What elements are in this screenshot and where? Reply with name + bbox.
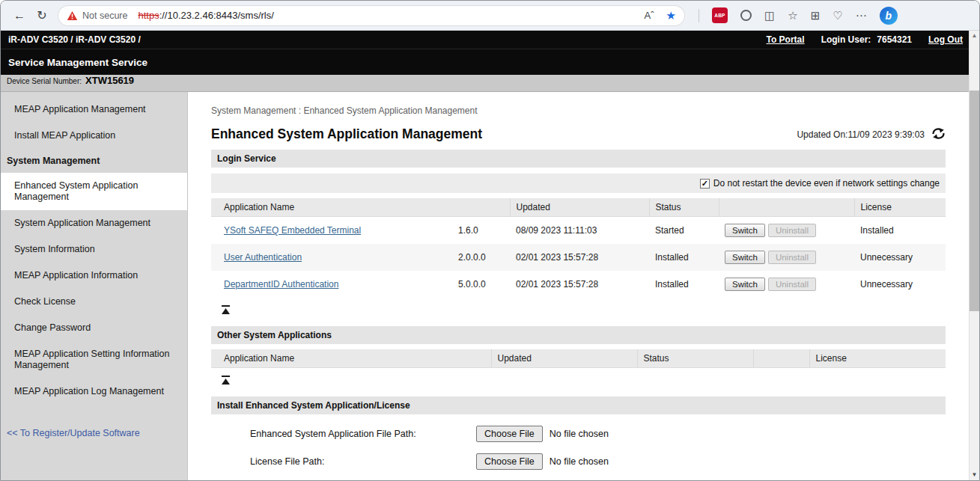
- uninstall-button[interactable]: Uninstall: [768, 224, 816, 237]
- login-user-label: Login User:: [821, 34, 871, 45]
- column-status: Status: [649, 198, 719, 217]
- bookmark-star-icon[interactable]: ★: [666, 9, 676, 22]
- url-rest: ://10.23.2.46:8443/sms/rls/: [159, 10, 274, 21]
- switch-button[interactable]: Switch: [725, 278, 765, 291]
- back-button[interactable]: ←: [8, 9, 31, 22]
- column-application-name: Application Name: [211, 198, 510, 217]
- app-name-cell: User Authentication: [211, 244, 452, 271]
- app-updated: 02/01 2023 15:57:28: [510, 244, 649, 271]
- log-out-link[interactable]: Log Out: [928, 34, 963, 45]
- service-title: Service Management Service: [8, 57, 147, 68]
- app-file-choose-button[interactable]: Choose File: [476, 426, 543, 442]
- app-name-link[interactable]: YSoft SAFEQ Embedded Terminal: [224, 225, 361, 236]
- sidebar-item-meap-application-log-management[interactable]: MEAP Application Log Management: [1, 379, 187, 405]
- column-actions: [753, 349, 809, 368]
- app-version: 5.0.0.0: [452, 271, 510, 298]
- device-path: iR-ADV C3520 / iR-ADV C3520 /: [8, 34, 141, 45]
- serial-number-value: XTW15619: [85, 75, 134, 86]
- login-user-value: 7654321: [877, 34, 912, 45]
- sidebar: MEAP Application Management Install MEAP…: [1, 92, 188, 481]
- switch-button[interactable]: Switch: [725, 224, 765, 237]
- scroll-up-icon: ▲: [972, 32, 978, 39]
- sidebar-item-enhanced-system-application-management[interactable]: Enhanced System Application Management: [1, 173, 187, 210]
- license-file-path-label: License File Path:: [250, 456, 476, 467]
- column-updated: Updated: [491, 349, 637, 368]
- sidebar-item-meap-application-setting-information-management[interactable]: MEAP Application Setting Information Man…: [1, 341, 187, 379]
- login-service-table: Application Name Updated Status License …: [211, 198, 946, 298]
- license-file-status: No file chosen: [550, 456, 609, 467]
- app-license: Unnecessary: [854, 244, 946, 271]
- serial-number-bar: Device Serial Number: XTW15619: [1, 75, 970, 92]
- column-license: License: [809, 349, 946, 368]
- switch-button[interactable]: Switch: [725, 251, 765, 264]
- sidebar-item-change-password[interactable]: Change Password: [1, 315, 187, 341]
- serial-number-label: Device Serial Number:: [7, 77, 82, 85]
- app-version: 1.6.0: [452, 217, 510, 245]
- update-refresh-icon[interactable]: [931, 127, 946, 142]
- back-icon: ←: [13, 9, 25, 22]
- favorites-icon[interactable]: ☆: [788, 9, 797, 22]
- sidebar-item-meap-application-management[interactable]: MEAP Application Management: [1, 96, 187, 123]
- app-name-cell: DepartmentID Authentication: [211, 271, 452, 298]
- back-to-top-button[interactable]: [221, 304, 231, 317]
- copilot-icon[interactable]: b: [880, 7, 898, 25]
- address-bar[interactable]: Not secure https://10.23.2.46:8443/sms/r…: [58, 5, 685, 26]
- browser-window: ← ↻ Not secure https://10.23.2.46:8443/s…: [0, 0, 980, 481]
- uninstall-button[interactable]: Uninstall: [768, 251, 816, 264]
- extension-icon[interactable]: [740, 10, 752, 21]
- no-restart-checkbox[interactable]: ✓: [700, 179, 710, 189]
- column-actions: [719, 198, 854, 217]
- scroll-up-button[interactable]: ▲: [970, 31, 979, 41]
- refresh-button[interactable]: ↻: [31, 8, 53, 22]
- scroll-down-button[interactable]: ▼: [970, 470, 979, 480]
- adblock-extension-button[interactable]: ABP: [712, 7, 728, 23]
- license-file-choose-button[interactable]: Choose File: [476, 453, 543, 470]
- column-status: Status: [637, 349, 753, 368]
- table-row: User Authentication 2.0.0.0 02/01 2023 1…: [211, 244, 946, 271]
- sidebar-section-system-management: System Management: [1, 149, 187, 173]
- app-name-cell: YSoft SAFEQ Embedded Terminal: [211, 217, 452, 245]
- app-file-status: No file chosen: [550, 429, 609, 439]
- page-title: Enhanced System Application Management: [211, 126, 482, 142]
- breadcrumb: System Management : Enhanced System Appl…: [211, 105, 946, 116]
- to-portal-link[interactable]: To Portal: [767, 34, 805, 45]
- browser-toolbar: ← ↻ Not secure https://10.23.2.46:8443/s…: [1, 1, 979, 31]
- app-updated: 02/01 2023 15:57:28: [510, 271, 649, 298]
- app-status: Installed: [649, 271, 719, 298]
- sidebar-item-check-license[interactable]: Check License: [1, 289, 187, 315]
- browser-essentials-icon[interactable]: ♡: [833, 9, 842, 22]
- check-icon: ✓: [701, 180, 708, 188]
- sidebar-item-system-information[interactable]: System Information: [1, 236, 187, 263]
- app-status: Installed: [649, 244, 719, 271]
- back-to-top-button[interactable]: [221, 374, 231, 387]
- service-title-bar: Service Management Service: [1, 49, 970, 75]
- table-row: YSoft SAFEQ Embedded Terminal 1.6.0 08/0…: [211, 217, 946, 245]
- collections-icon[interactable]: ⊞: [811, 9, 821, 22]
- other-applications-table: Application Name Updated Status License: [211, 349, 946, 368]
- sidebar-item-meap-application-information[interactable]: MEAP Application Information: [1, 263, 187, 289]
- settings-menu-icon[interactable]: ⋯: [856, 9, 867, 22]
- url-text: https://10.23.2.46:8443/sms/rls/: [138, 10, 273, 21]
- app-name-link[interactable]: DepartmentID Authentication: [224, 279, 338, 289]
- table-row: DepartmentID Authentication 5.0.0.0 02/0…: [211, 271, 946, 298]
- column-license: License: [854, 198, 946, 217]
- url-scheme: https: [138, 10, 159, 21]
- not-secure-warning-icon[interactable]: [67, 10, 78, 21]
- uninstall-button[interactable]: Uninstall: [768, 278, 816, 291]
- read-aloud-icon[interactable]: Aˆ: [645, 10, 654, 21]
- updated-on-label: Updated On:11/09 2023 9:39:03: [797, 129, 925, 140]
- scroll-down-icon: ▼: [972, 471, 978, 478]
- split-screen-icon[interactable]: ◫: [764, 9, 775, 22]
- other-system-applications-heading: Other System Applications: [211, 326, 946, 344]
- page-scrollbar[interactable]: ▲ ▼: [969, 31, 979, 480]
- sidebar-item-install-meap-application[interactable]: Install MEAP Application: [1, 123, 187, 149]
- column-updated: Updated: [510, 198, 649, 217]
- main-content: System Management : Enhanced System Appl…: [188, 92, 970, 481]
- to-register-update-software-link[interactable]: << To Register/Update Software: [1, 421, 187, 445]
- sidebar-item-system-application-management[interactable]: System Application Management: [1, 210, 187, 236]
- login-service-heading: Login Service: [211, 150, 946, 168]
- toolbar-divider: [699, 9, 699, 22]
- app-name-link[interactable]: User Authentication: [224, 252, 302, 263]
- scroll-thumb[interactable]: [970, 91, 979, 311]
- app-status: Started: [649, 217, 719, 245]
